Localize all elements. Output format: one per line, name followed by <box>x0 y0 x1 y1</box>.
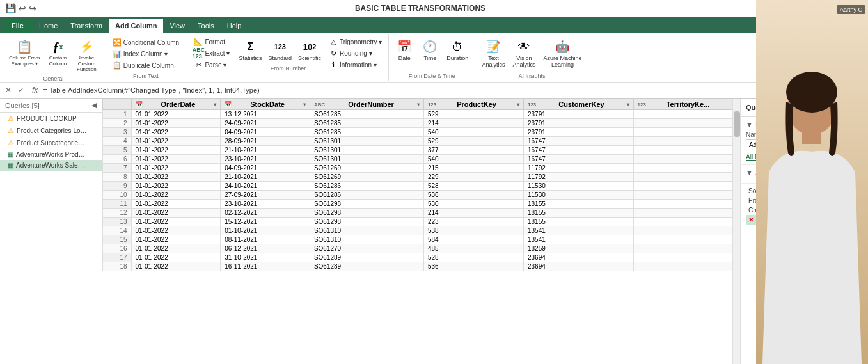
table-row[interactable]: 101-01-202213-12-2021SO6128552923791 <box>103 110 732 119</box>
table-row[interactable]: 501-01-202221-10-2021SO6130137716747 <box>103 146 732 155</box>
table-cell: 528 <box>423 253 523 262</box>
table-cell: SO61286 <box>310 182 423 191</box>
step-added-index-x-icon[interactable]: ✕ <box>748 216 754 223</box>
tab-tools[interactable]: Tools <box>191 19 221 33</box>
table-row[interactable]: 1701-01-202231-10-2021SO6128952823694 <box>103 253 732 262</box>
invoke-label: InvokeCustomFunction <box>77 56 97 72</box>
vertical-scrollbar[interactable] <box>732 99 740 364</box>
table-row[interactable]: 1301-01-202215-12-2021SO6129822318155 <box>103 218 732 226</box>
table-cell: 01-01-2022 <box>131 110 221 119</box>
table-row[interactable]: 1001-01-202227-09-2021SO6128653611530 <box>103 191 732 200</box>
azure-ml-button[interactable]: 🤖 Azure MachineLearning <box>541 36 584 70</box>
undo-icon[interactable]: ↩ <box>19 3 26 13</box>
table-cell: SO61269 <box>310 164 423 173</box>
row-number-cell: 13 <box>103 218 132 226</box>
tab-transform[interactable]: Transform <box>64 19 109 33</box>
col-header-customerkey[interactable]: 123 CustomerKey ▾ <box>523 99 633 110</box>
format-button[interactable]: 📐 Format <box>191 36 236 47</box>
date-button[interactable]: 📅 Date <box>393 36 416 63</box>
table-row[interactable]: 601-01-202223-10-2021SO6130154016747 <box>103 155 732 164</box>
index-column-button[interactable]: 📊 Index Column ▾ <box>110 49 182 59</box>
sidebar-item-adventureworks-prod[interactable]: ▦ AdventureWorks Produc... <box>0 149 102 160</box>
row-number-cell: 14 <box>103 226 132 235</box>
trigonometry-button[interactable]: △ Trigonometry ▾ <box>326 36 384 47</box>
table-row[interactable]: 301-01-202204-09-2021SO6128554023791 <box>103 128 732 137</box>
duration-button[interactable]: ⏱ Duration <box>444 36 471 63</box>
table-row[interactable]: 1801-01-202216-11-2021SO6128953623694 <box>103 262 732 271</box>
tab-file[interactable]: File <box>3 19 33 33</box>
table-cell: 11530 <box>523 191 633 200</box>
col-header-productkey[interactable]: 123 ProductKey ▾ <box>423 99 523 110</box>
table-cell: 23694 <box>523 253 633 262</box>
extract-icon: ABC123 <box>194 49 203 58</box>
table-row[interactable]: 1401-01-202201-10-2021SO6131053813541 <box>103 226 732 235</box>
col-header-ordernumber[interactable]: ABC OrderNumber ▾ <box>310 99 423 110</box>
sidebar-item-product-subcategories[interactable]: ⚠ Product Subcategories L... <box>0 137 102 149</box>
redo-icon[interactable]: ↪ <box>29 3 36 13</box>
table-cell <box>633 262 732 271</box>
statistics-button[interactable]: Σ Statistics <box>236 36 264 63</box>
extract-button[interactable]: ABC123 Extract ▾ <box>191 48 236 58</box>
duplicate-column-button[interactable]: 📋 Duplicate Column <box>110 61 182 71</box>
extract-label: Extract ▾ <box>205 50 230 57</box>
row-number-cell: 7 <box>103 164 132 173</box>
save-icon[interactable]: 💾 <box>5 3 16 13</box>
table-cell <box>633 173 732 182</box>
table-row[interactable]: 801-01-202221-10-2021SO6126922911792 <box>103 173 732 182</box>
table-cell: 16747 <box>523 155 633 164</box>
table-cell <box>633 244 732 253</box>
time-label: Time <box>424 56 437 62</box>
vision-button[interactable]: 👁 VisionAnalytics <box>510 36 538 70</box>
table-cell: SO61285 <box>310 128 423 137</box>
scrollbar-thumb[interactable] <box>734 111 740 137</box>
tab-help[interactable]: Help <box>221 19 248 33</box>
sidebar-item-product-categories[interactable]: ⚠ Product Categories Loo... <box>0 125 102 137</box>
table-row[interactable]: 201-01-202224-09-2021SO6128521423791 <box>103 119 732 128</box>
table-cell: 536 <box>423 191 523 200</box>
applied-steps-arrow-icon: ▼ <box>746 169 753 177</box>
scientific-button[interactable]: 102 Scientific <box>296 36 324 63</box>
table-row[interactable]: 1601-01-202206-12-2021SO6127048518259 <box>103 244 732 253</box>
time-button[interactable]: 🕐 Time <box>418 36 441 63</box>
productkey-col-name: ProductKey <box>438 100 515 108</box>
ribbon-tabs: File Home Transform Add Column View Tool… <box>0 17 868 33</box>
col-header-stockdate[interactable]: 📅 StockDate ▾ <box>221 99 310 110</box>
formula-input[interactable] <box>43 86 856 94</box>
conditional-column-button[interactable]: 🔀 Conditional Column <box>110 38 182 48</box>
table-wrap[interactable]: 📅 OrderDate ▾ 📅 StockDate ▾ <box>102 99 732 364</box>
table-row[interactable]: 1501-01-202208-11-2021SO6131058413541 <box>103 235 732 244</box>
table-row[interactable]: 901-01-202224-10-2021SO6128652811530 <box>103 182 732 191</box>
custom-col-label: CustomColumn <box>49 56 67 67</box>
custom-column-button[interactable]: ƒx CustomColumn <box>45 36 70 68</box>
table-row[interactable]: 1101-01-202223-10-2021SO6129853018155 <box>103 200 732 209</box>
table-row[interactable]: 701-01-202204-09-2021SO6126921511792 <box>103 164 732 173</box>
table-cell: SO61286 <box>310 191 423 200</box>
productkey-filter-icon[interactable]: ▾ <box>517 102 519 107</box>
table-row[interactable]: 401-01-202228-09-2021SO6130152916747 <box>103 137 732 146</box>
ribbon-group-ai-insights: 📝 TextAnalytics 👁 VisionAnalytics 🤖 Azur… <box>475 34 588 81</box>
formula-cancel-button[interactable]: ✕ <box>3 84 14 96</box>
sidebar-item-product-lookup[interactable]: ⚠ PRODUCT LOOKUP <box>0 113 102 125</box>
avatar-silhouette <box>756 57 868 364</box>
customerkey-filter-icon[interactable]: ▾ <box>627 102 629 107</box>
sidebar-item-adventureworks-sales[interactable]: ▦ AdventureWorks Sales D... <box>0 160 102 171</box>
column-examples-icon: 📋 <box>15 38 33 56</box>
tab-view[interactable]: View <box>163 19 191 33</box>
sidebar-collapse-button[interactable]: ◀ <box>91 101 97 109</box>
window-title: BASIC TABLE TRANSFORMATIONS <box>42 4 799 13</box>
rounding-button[interactable]: ↻ Rounding ▾ <box>326 48 384 58</box>
tab-add-column[interactable]: Add Column <box>109 19 163 33</box>
standard-button[interactable]: 123 Standard <box>265 36 294 63</box>
table-row[interactable]: 1201-01-202202-12-2021SO6129821418155 <box>103 209 732 218</box>
table-cell: 11792 <box>523 173 633 182</box>
text-analytics-button[interactable]: 📝 TextAnalytics <box>479 36 507 70</box>
ordernumber-filter-icon[interactable]: ▾ <box>417 102 420 107</box>
orderdate-filter-icon[interactable]: ▾ <box>214 102 216 107</box>
col-header-orderdate[interactable]: 📅 OrderDate ▾ <box>131 99 221 110</box>
tab-home[interactable]: Home <box>33 19 64 33</box>
col-header-territorykey[interactable]: 123 TerritoryKe... <box>633 99 732 110</box>
stockdate-filter-icon[interactable]: ▾ <box>303 102 306 107</box>
formula-confirm-button[interactable]: ✓ <box>15 84 27 96</box>
invoke-custom-function-button[interactable]: ⚡ InvokeCustomFunction <box>73 36 100 74</box>
column-from-examples-button[interactable]: 📋 Column FromExamples ▾ <box>6 36 42 68</box>
